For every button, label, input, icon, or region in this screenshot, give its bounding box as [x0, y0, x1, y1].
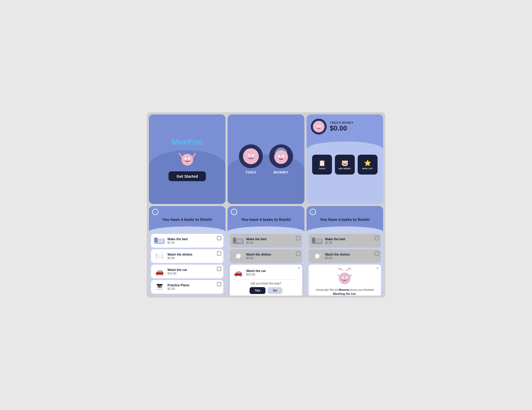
tasks-panel-dialog: ← You have 4 tasks to finish! Make the b…	[228, 206, 304, 296]
back-button[interactable]: ←	[152, 209, 158, 215]
app-logo: MonFun	[172, 137, 203, 146]
completion-close-button[interactable]: ✕	[376, 266, 379, 270]
svg-rect-30	[316, 239, 321, 243]
theo-character[interactable]: THEO	[239, 144, 263, 174]
task-checkbox-car[interactable]	[217, 267, 221, 271]
money-label: THEO'S MONEY	[330, 121, 354, 124]
bed-icon-2	[232, 236, 244, 246]
svg-point-21	[319, 125, 321, 127]
money-buttons-section: 📋 TASKS 🐷 ADD MONEY ⭐ WISH LIST	[307, 149, 383, 204]
dishes-icon-2: 🍽️	[232, 251, 244, 261]
task-price-piano: $2.00	[167, 287, 221, 290]
mommy-avatar[interactable]	[269, 144, 293, 168]
piano-icon: 🎹	[154, 282, 165, 292]
back-button-3[interactable]: ←	[310, 209, 316, 215]
svg-point-42	[340, 279, 343, 280]
welcome-panel: MonFun Get Started	[149, 114, 225, 204]
car-icon: 🚗	[154, 267, 165, 276]
tasks-top-bar-2: ←	[228, 206, 304, 215]
tasks-button[interactable]: 📋 TASKS	[312, 155, 332, 175]
task-price-dishes-2: $3.00	[246, 256, 299, 260]
logo-fun: Fun	[188, 137, 203, 146]
task-text-bed-2: Make the bed $1.00	[246, 237, 299, 244]
task-checkbox-dishes-2[interactable]	[296, 251, 300, 256]
task-item-piano[interactable]: 🎹 Practice Piano $2.00	[151, 280, 223, 294]
task-name-bed-2: Make the bed	[246, 237, 299, 241]
svg-point-10	[247, 157, 249, 158]
bed-svg	[154, 237, 165, 245]
tasks-title-3: You have 4 tasks to finish!	[307, 215, 383, 224]
star-icon: ⭐	[364, 160, 371, 167]
wish-list-button-label: WISH LIST	[362, 168, 373, 170]
svg-point-40	[342, 277, 344, 279]
svg-point-41	[346, 277, 348, 279]
task-checkbox-dishes[interactable]	[217, 251, 221, 256]
theo-avatar[interactable]	[239, 144, 263, 168]
wave-area	[149, 224, 225, 232]
get-started-button[interactable]: Get Started	[169, 171, 206, 181]
task-checkbox-bed-2[interactable]	[296, 236, 300, 240]
svg-point-4	[188, 157, 190, 160]
task-price-dishes-3: $3.00	[325, 256, 378, 260]
svg-line-33	[338, 268, 340, 268]
money-info: THEO'S MONEY $0.00	[330, 121, 354, 132]
dialog-no-button[interactable]: No	[268, 287, 282, 294]
task-item-dishes-3: 🍽️ Wash the dishes $3.00	[309, 249, 381, 263]
svg-point-19	[313, 121, 325, 132]
task-name-dishes-2: Wash the dishes	[246, 253, 299, 256]
dialog-close-button[interactable]: ✕	[298, 266, 300, 270]
wave-area-3	[307, 224, 383, 232]
characters-container: THEO MOMMY	[239, 144, 293, 174]
add-money-button[interactable]: 🐷 ADD MONEY	[335, 155, 355, 175]
svg-point-11	[253, 157, 255, 158]
task-text-piano: Practice Piano $2.00	[167, 283, 221, 290]
dialog-header: 🚗 Wash the car $10.00	[232, 268, 299, 280]
task-item-bed[interactable]: Make the bed $1.00	[151, 234, 223, 248]
task-name-dishes: Wash the dishes	[167, 253, 221, 256]
dialog-yes-button[interactable]: Yes	[250, 287, 266, 294]
money-amount: $0.00	[330, 124, 354, 132]
task-text-dishes-3: Wash the dishes $3.00	[325, 253, 378, 260]
svg-rect-23	[154, 238, 157, 242]
svg-line-0	[179, 154, 182, 157]
tasks-panel-completion: ← You have 4 tasks to finish! Make the b…	[307, 206, 383, 296]
mascot-character	[178, 150, 197, 168]
dialog-question: Did you finish this task?	[232, 282, 299, 285]
task-checkbox-dishes-3[interactable]	[375, 251, 379, 256]
svg-point-6	[189, 160, 192, 162]
tasks-title-2: You have 4 tasks to finish!	[228, 215, 304, 224]
bed-svg-3	[311, 237, 323, 245]
back-button-2[interactable]: ←	[231, 209, 237, 215]
task-item-dishes[interactable]: 🍽️ Wash the dishes $3.00	[151, 249, 223, 263]
task-price-car: $10.00	[167, 272, 221, 275]
character-select-panel: THEO MOMMY	[228, 114, 304, 204]
svg-point-43	[347, 279, 349, 280]
svg-point-9	[252, 154, 254, 157]
tasks-panel-default: ← You have 4 tasks to finish! Make the b…	[149, 206, 225, 296]
mommy-character[interactable]: MOMMY	[269, 144, 293, 174]
task-name-bed-3: Make the bed	[325, 237, 378, 241]
completion-dialog: ✕	[309, 265, 381, 296]
tasks-top-bar: ←	[149, 206, 225, 215]
bed-icon	[154, 236, 165, 246]
wish-list-button[interactable]: ⭐ WISH LIST	[358, 155, 378, 175]
bed-icon-3	[311, 236, 323, 246]
dialog-car-icon: 🚗	[232, 268, 244, 277]
task-checkbox-bed[interactable]	[217, 236, 221, 240]
task-item-bed-3: Make the bed $1.00	[309, 234, 381, 248]
tasks-title: You have 4 tasks to finish!	[149, 215, 225, 224]
svg-point-20	[317, 125, 318, 127]
svg-point-18	[282, 155, 284, 158]
svg-point-39	[339, 273, 351, 284]
task-checkbox-piano[interactable]	[217, 282, 221, 286]
svg-point-16	[274, 150, 288, 164]
task-item-car[interactable]: 🚗 Wash the car $10.00	[151, 265, 223, 278]
piggy-bank-icon: 🐷	[341, 160, 348, 167]
svg-rect-27	[237, 239, 242, 243]
task-checkbox-bed-3[interactable]	[375, 236, 379, 240]
svg-rect-24	[158, 239, 164, 243]
dialog-task-info: Wash the car $10.00	[246, 269, 299, 276]
wave-divider	[307, 139, 383, 149]
congrats-text: Great job! We let Mommy know you finishe…	[311, 288, 378, 296]
task-text-car: Wash the car $10.00	[167, 268, 221, 275]
